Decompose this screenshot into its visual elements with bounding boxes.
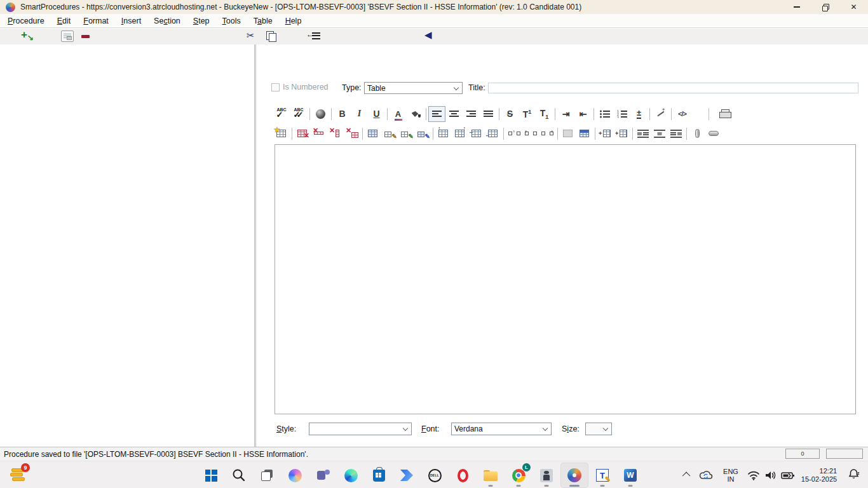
table-align-left-button[interactable] <box>635 126 651 141</box>
clock[interactable]: 12:2115-02-2025 <box>796 461 843 488</box>
properties-form-button[interactable] <box>61 30 74 42</box>
power-automate-button[interactable] <box>393 463 421 488</box>
vertical-separator-insert-button[interactable] <box>689 126 705 141</box>
insert-table-button[interactable]: ★ <box>273 126 290 141</box>
dell-button[interactable]: DELL <box>421 463 449 488</box>
superscript-button[interactable]: T1 <box>519 106 536 122</box>
magic-wand-button[interactable] <box>652 106 669 122</box>
table-align-right-icon <box>670 129 682 138</box>
restore-button[interactable] <box>811 0 839 14</box>
insert-column-left-button[interactable]: ↑ <box>435 126 452 141</box>
volume-button[interactable] <box>763 461 779 488</box>
align-right-button[interactable] <box>463 106 480 122</box>
chrome-button[interactable]: L <box>505 463 532 488</box>
onedrive-button[interactable] <box>697 461 715 488</box>
delete-column-button[interactable]: ✕ <box>327 126 344 141</box>
is-numbered-checkbox[interactable] <box>271 83 280 92</box>
smartprocedures-button[interactable] <box>560 463 588 488</box>
cut-button[interactable]: ✂ <box>247 30 255 41</box>
indent-button[interactable]: ⇥ <box>557 106 574 122</box>
table-align-center-button[interactable] <box>651 126 668 141</box>
language-indicator[interactable]: ENGIN <box>719 461 742 488</box>
menu-tools[interactable]: Tools <box>216 15 247 27</box>
delete-cell-button[interactable]: ✕ <box>344 126 360 141</box>
table-align-right-button[interactable] <box>668 126 684 141</box>
numbered-list-button[interactable]: 123 <box>613 106 630 122</box>
spellcheck-button[interactable]: ABC✓ <box>273 106 290 122</box>
horizontal-separator-insert-button[interactable] <box>705 126 722 141</box>
insert-row-above-button[interactable]: ← <box>468 126 485 141</box>
style-select[interactable] <box>309 423 412 435</box>
table-properties-button[interactable] <box>365 126 381 141</box>
insert-row-below-button[interactable]: ← <box>485 126 501 141</box>
font-color-button[interactable]: A <box>390 106 407 122</box>
editor-canvas[interactable] <box>275 144 856 414</box>
bold-button[interactable]: B <box>334 106 351 122</box>
print-button[interactable] <box>716 106 733 122</box>
bullet-list-button[interactable] <box>596 106 613 122</box>
menu-step[interactable]: Step <box>187 15 216 27</box>
word-button[interactable]: W <box>616 463 644 488</box>
insert-table-before-button[interactable]: + <box>597 126 614 141</box>
notification-center-button[interactable]: z <box>844 461 863 488</box>
minimize-button[interactable] <box>782 0 811 14</box>
podium-app-button[interactable] <box>532 463 560 488</box>
title-input[interactable] <box>488 83 858 93</box>
font-select[interactable]: Verdana <box>451 423 552 435</box>
type-select[interactable]: Table <box>364 82 463 94</box>
split-cell-horizontal-button[interactable]: ↑ <box>506 126 522 141</box>
insert-column-right-button[interactable]: ↑ <box>452 126 468 141</box>
panel-splitter[interactable] <box>254 44 256 447</box>
cell-properties-button[interactable]: ✎ <box>381 126 398 141</box>
align-left-button[interactable] <box>428 106 445 122</box>
align-center-button[interactable] <box>445 106 463 122</box>
text-editor-button[interactable]: T✎ <box>588 463 616 488</box>
menu-help[interactable]: Help <box>279 15 308 27</box>
teams-button[interactable] <box>309 463 337 488</box>
split-cell-vertical-button[interactable]: ↑ <box>522 126 539 141</box>
microsoft-store-button[interactable] <box>365 463 393 488</box>
highlight-color-button[interactable] <box>407 106 424 122</box>
row-properties-button[interactable]: ✎ <box>398 126 414 141</box>
close-button[interactable]: ✕ <box>839 0 868 14</box>
search-button[interactable] <box>225 463 253 488</box>
paste-outdent-button[interactable]: ← <box>308 32 320 40</box>
add-step-button[interactable]: + ↘ <box>21 30 37 43</box>
delete-row-button[interactable]: ✕ <box>311 126 327 141</box>
source-code-button[interactable]: </> <box>674 106 691 122</box>
underline-button[interactable]: U <box>368 106 385 122</box>
justify-button[interactable] <box>480 106 497 122</box>
menu-procedure[interactable]: Procedure <box>1 15 51 27</box>
italic-button[interactable]: I <box>351 106 368 122</box>
tray-overflow-button[interactable] <box>679 461 695 488</box>
outdent-button[interactable]: ⇤ <box>574 106 592 122</box>
file-explorer-button[interactable] <box>477 463 505 488</box>
edge-button[interactable] <box>337 463 365 488</box>
start-button[interactable] <box>197 463 225 488</box>
battery-button[interactable] <box>779 461 797 488</box>
table-header-button[interactable] <box>576 126 593 141</box>
spellcheck-as-you-type-button[interactable]: ABC✓✓ <box>290 106 308 122</box>
size-select[interactable] <box>585 423 612 435</box>
insert-table-after-button[interactable]: + <box>614 126 630 141</box>
merge-cells-button[interactable]: ↑ <box>539 126 555 141</box>
plus-minus-button[interactable]: ± <box>630 106 648 122</box>
notification-stack-button[interactable]: 9 <box>10 466 28 484</box>
opera-button[interactable] <box>449 463 477 488</box>
remove-button[interactable] <box>81 35 90 38</box>
strikethrough-button[interactable]: S <box>501 106 519 122</box>
copy-button[interactable] <box>266 31 276 41</box>
menu-edit[interactable]: Edit <box>51 15 78 27</box>
symbol-sphere-button[interactable] <box>312 106 329 122</box>
subscript-button[interactable]: T1 <box>536 106 553 122</box>
column-properties-button[interactable]: ✎ <box>414 126 431 141</box>
menu-format[interactable]: Format <box>77 15 115 27</box>
menu-section[interactable]: Section <box>147 15 187 27</box>
menu-table[interactable]: Table <box>247 15 279 27</box>
task-view-button[interactable] <box>253 463 281 488</box>
navigate-back-button[interactable]: ◀ <box>424 29 432 41</box>
copilot-button[interactable] <box>281 463 309 488</box>
wifi-button[interactable] <box>745 461 762 488</box>
delete-table-button[interactable]: ✕ <box>294 126 311 141</box>
menu-insert[interactable]: Insert <box>115 15 147 27</box>
